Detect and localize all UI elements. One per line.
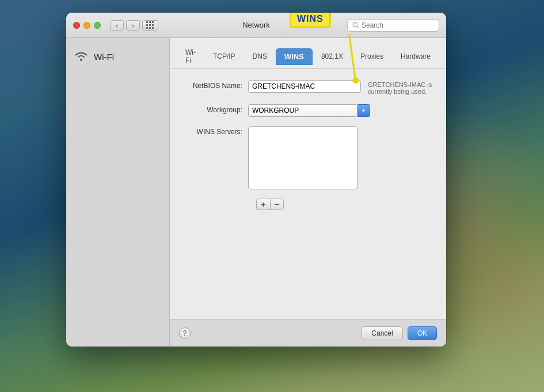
add-remove-buttons: + − xyxy=(256,199,437,210)
wins-form: NetBIOS Name: GRETCHENS-IMAC is currentl… xyxy=(170,68,446,319)
search-icon xyxy=(352,22,359,29)
traffic-lights xyxy=(73,22,101,29)
close-button[interactable] xyxy=(73,22,80,29)
svg-line-1 xyxy=(357,26,359,28)
netbios-row: NetBIOS Name: GRETCHENS-IMAC is currentl… xyxy=(179,80,437,95)
workgroup-label: Workgroup: xyxy=(179,104,248,114)
titlebar: ‹ › Network xyxy=(66,13,446,38)
tab-tcpip[interactable]: TCP/IP xyxy=(204,48,244,64)
tab-dns[interactable]: DNS xyxy=(244,48,276,64)
minimize-button[interactable] xyxy=(83,22,90,29)
sidebar-wifi-label: Wi-Fi xyxy=(94,52,114,62)
sidebar-header: Wi-Fi xyxy=(66,47,169,71)
tab-proxies[interactable]: Proxies xyxy=(352,48,392,64)
wins-callout-box: WINS xyxy=(290,13,331,28)
tab-8021x[interactable]: 802.1X xyxy=(313,48,352,64)
footer: ? Cancel OK xyxy=(170,319,446,347)
sidebar: Wi-Fi xyxy=(66,38,170,347)
window-title: Network xyxy=(242,21,270,29)
select-arrow-icon[interactable] xyxy=(357,104,370,117)
netbios-input[interactable] xyxy=(248,80,361,93)
grid-icon xyxy=(146,21,154,29)
netbios-hint: GRETCHENS-IMAC is currently being used. xyxy=(368,80,437,95)
grid-view-button[interactable] xyxy=(142,20,158,31)
main-panel: Wi-Fi TCP/IP DNS WINS 802.1X Proxies Har… xyxy=(170,38,446,347)
search-input[interactable] xyxy=(362,21,434,29)
tab-wifi[interactable]: Wi-Fi xyxy=(177,44,204,68)
workgroup-row: Workgroup: WORKGROUP xyxy=(179,104,437,117)
tabs-bar: Wi-Fi TCP/IP DNS WINS 802.1X Proxies Har… xyxy=(170,38,446,68)
wins-servers-textarea[interactable] xyxy=(248,126,357,189)
network-preferences-window: WINS ‹ › Network xyxy=(66,13,446,347)
tab-wins[interactable]: WINS xyxy=(276,48,313,65)
content-area: Wi-Fi Wi-Fi TCP/IP DNS WINS 802.1X Proxi… xyxy=(66,38,446,347)
forward-button[interactable]: › xyxy=(126,20,140,31)
remove-server-button[interactable]: − xyxy=(270,199,284,210)
maximize-button[interactable] xyxy=(94,22,101,29)
netbios-label: NetBIOS Name: xyxy=(179,80,248,90)
svg-point-2 xyxy=(80,59,82,61)
help-button[interactable]: ? xyxy=(179,328,191,339)
wins-servers-label: WINS Servers: xyxy=(179,126,248,136)
search-bar[interactable] xyxy=(347,19,439,32)
wifi-icon xyxy=(73,50,89,64)
svg-point-0 xyxy=(353,22,357,27)
wins-servers-row: WINS Servers: xyxy=(179,126,437,189)
wins-callout-annotation: WINS xyxy=(290,13,331,28)
back-button[interactable]: ‹ xyxy=(110,20,124,31)
workgroup-select-wrap: WORKGROUP xyxy=(248,104,370,117)
nav-buttons: ‹ › xyxy=(110,20,140,31)
workgroup-select[interactable]: WORKGROUP xyxy=(248,104,357,117)
tab-hardware[interactable]: Hardware xyxy=(392,48,439,64)
ok-button[interactable]: OK xyxy=(408,326,437,340)
cancel-button[interactable]: Cancel xyxy=(362,326,402,340)
add-server-button[interactable]: + xyxy=(256,199,270,210)
